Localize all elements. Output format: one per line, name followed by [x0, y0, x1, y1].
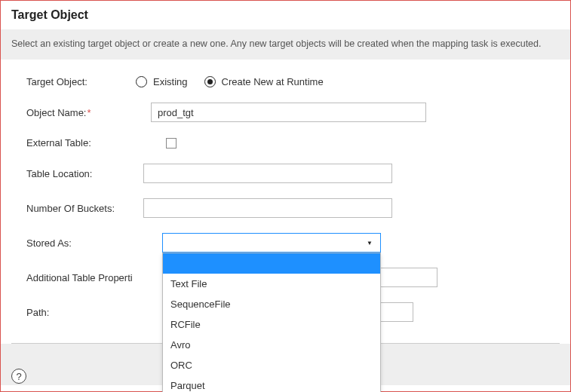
additional-table-properties-label: Additional Table Properti: [26, 272, 162, 283]
radio-create-new-label: Create New at Runtime: [222, 76, 324, 87]
radio-existing[interactable]: [136, 76, 147, 87]
path-label: Path:: [26, 307, 162, 318]
help-icon[interactable]: ?: [11, 369, 26, 384]
radio-existing-label: Existing: [153, 76, 188, 87]
form-panel: Target Object: Existing Create New at Ru…: [11, 61, 560, 344]
number-of-buckets-input[interactable]: [143, 198, 392, 218]
dropdown-item-rcfile[interactable]: RCFile: [163, 314, 380, 335]
external-table-label: External Table:: [26, 137, 136, 149]
dropdown-item-sequencefile[interactable]: SequenceFile: [163, 294, 380, 314]
stored-as-dropdown: Text File SequenceFile RCFile Avro ORC P…: [162, 253, 381, 392]
dropdown-item-blank[interactable]: [163, 253, 380, 274]
dropdown-item-avro[interactable]: Avro: [163, 335, 380, 355]
radio-create-new[interactable]: [204, 76, 216, 87]
stored-as-label: Stored As:: [26, 237, 136, 249]
object-name-input[interactable]: [151, 103, 426, 122]
chevron-down-icon: ▼: [367, 240, 373, 247]
table-location-input[interactable]: [143, 164, 392, 183]
panel-title: Target Object: [1, 8, 570, 29]
target-object-label: Target Object:: [26, 76, 136, 87]
instructions-text: Select an existing target object or crea…: [1, 29, 570, 60]
external-table-checkbox[interactable]: [166, 138, 177, 149]
object-name-label: Object Name:*: [26, 107, 136, 118]
dropdown-item-parquet[interactable]: Parquet: [163, 375, 380, 392]
dropdown-item-orc[interactable]: ORC: [163, 355, 380, 375]
table-location-label: Table Location:: [26, 168, 136, 179]
number-of-buckets-label: Number Of Buckets:: [26, 203, 136, 214]
dropdown-item-text-file[interactable]: Text File: [163, 274, 380, 294]
stored-as-select[interactable]: ▼: [162, 233, 381, 253]
radio-selected-dot: [207, 79, 213, 84]
required-marker: *: [87, 107, 91, 118]
